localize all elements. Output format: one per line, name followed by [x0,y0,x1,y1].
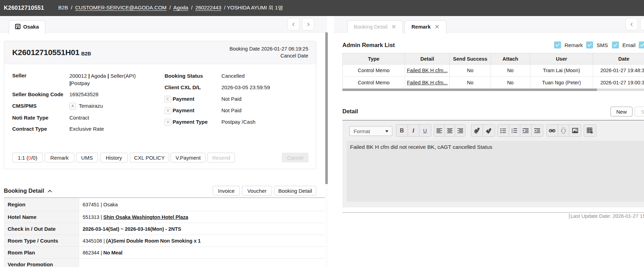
svg-text:3: 3 [512,131,513,133]
